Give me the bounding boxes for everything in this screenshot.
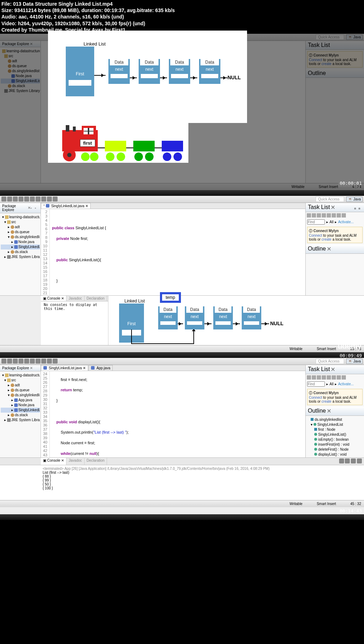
tree-item[interactable]: ▸ ds.stack	[1, 413, 40, 418]
tree-item-file-selected[interactable]: ▸ SinglyLinkedList.java	[1, 245, 40, 249]
svg-point-10	[67, 153, 71, 157]
line-gutter: 2345678910111213141516171819202122232425…	[41, 209, 50, 295]
tree-item-jre[interactable]: ▸ JRE System Library [JavaS	[1, 254, 40, 259]
udemy-watermark: udemy	[338, 342, 361, 351]
editor-tab[interactable]: *SinglyLinkedList.java ✕	[41, 203, 91, 209]
svg-rect-4	[89, 128, 93, 131]
tree-item-src[interactable]: ▾ src	[1, 220, 40, 225]
declaration-tab[interactable]: Declaration	[85, 296, 107, 301]
editor-area[interactable]: *SinglyLinkedList.java ✕ 234567891011121…	[41, 203, 305, 295]
tree-item[interactable]: ▸ adt	[1, 383, 40, 388]
frame-timestamp-4: 00:14:43	[339, 508, 362, 514]
tree-item[interactable]: ▾ ds.singlylinkedlist	[1, 393, 40, 398]
svg-rect-8	[73, 127, 76, 132]
svg-point-20	[163, 152, 171, 161]
tree-item[interactable]: ▸ App.java	[1, 398, 40, 403]
code-editor[interactable]: 2345678910111213141516171819202122232425…	[41, 209, 305, 295]
svg-rect-7	[66, 125, 69, 132]
svg-rect-3	[84, 128, 88, 131]
view-title: Task List	[308, 204, 330, 210]
console-tab[interactable]: ▣ Console ✕	[41, 296, 66, 301]
svg-point-18	[145, 152, 154, 161]
close-icon[interactable]: ✕	[28, 206, 31, 210]
editor-area[interactable]: SinglyLinkedList.java ✕ App.java 2425262…	[41, 365, 305, 457]
close-icon[interactable]: ✕	[30, 366, 33, 370]
svg-point-21	[173, 152, 182, 161]
all-link[interactable]: All	[330, 220, 333, 224]
package-explorer-view: Package Explore ✕ learning-datastructure…	[0, 41, 41, 183]
svg-rect-16	[133, 141, 155, 151]
java-perspective-button[interactable]: ☕ Java	[346, 197, 363, 202]
svg-marker-25	[192, 329, 196, 331]
tree-item-pkg[interactable]: ▸ ds.stack	[1, 249, 40, 254]
java-perspective-button[interactable]: ☕ Java	[346, 34, 363, 40]
toolbar-icon[interactable]	[1, 197, 6, 202]
frame-timestamp-3: 00:09:49	[339, 353, 362, 514]
tree-item[interactable]: ▾ src	[1, 378, 40, 383]
package-explorer-view[interactable]: Package Explore ✕▫▫ ▾ learning-datastruc…	[0, 203, 41, 295]
svg-rect-6	[89, 132, 93, 134]
console-tab[interactable]: ▣ Console ✕	[41, 458, 66, 465]
tree-item-file[interactable]: ▸ Node.java	[1, 240, 40, 245]
code-editor[interactable]: 2425262728293031323334353637383940414243…	[41, 371, 305, 457]
activate-link[interactable]: Activate...	[338, 220, 354, 224]
tree-item-project[interactable]: ▾ learning-datastructures	[1, 215, 40, 220]
close-icon[interactable]: ✕	[327, 246, 331, 252]
svg-rect-5	[84, 132, 88, 134]
close-icon[interactable]: ✕	[85, 204, 88, 208]
tree-item[interactable]: ▸ Node.java	[1, 403, 40, 408]
thumbnail-frame-2: Quick Access ☕ Java Package Explore ✕▫▫ …	[0, 196, 364, 352]
quick-access-input[interactable]: Quick Access	[316, 197, 344, 202]
javadoc-tab[interactable]: Javadoc	[66, 458, 84, 465]
status-bar: Writable Smart Insert 45 : 32	[0, 500, 364, 507]
svg-point-17	[134, 152, 143, 161]
svg-rect-13	[105, 141, 126, 151]
console-output: No consoles to display at this time.	[41, 301, 108, 312]
tree-item-pkg[interactable]: ▸ adt	[1, 225, 40, 230]
view-title: Package Explore	[2, 204, 27, 212]
tree-item[interactable]: ▸ JRE System Library [JavaS	[1, 418, 40, 423]
connect-link[interactable]: Connect	[309, 234, 322, 237]
svg-point-14	[106, 152, 114, 161]
svg-rect-19	[162, 141, 183, 151]
svg-point-11	[81, 152, 90, 161]
tree-item[interactable]: ▸ ds.queue	[1, 388, 40, 393]
view-title: Outline	[308, 246, 326, 252]
quick-access-input[interactable]: Quick Access	[316, 34, 344, 40]
tree-item[interactable]: ▸ SinglyLinkedList.java	[1, 408, 40, 413]
tree-item[interactable]: ▾ learning-datastructures	[1, 373, 40, 378]
declaration-tab[interactable]: Declaration	[85, 458, 107, 465]
package-explorer-view[interactable]: Package Explore ✕ ▾ learning-datastructu…	[0, 365, 41, 457]
main-toolbar: Quick Access ☕ Java	[0, 358, 364, 365]
thumbnail-frame-3: Quick Access ☕ Java Package Explore ✕ ▾ …	[0, 358, 364, 514]
tree-item-pkg[interactable]: ▸ ds.queue	[1, 230, 40, 235]
svg-point-12	[90, 152, 98, 161]
linked-list-diagram-1: Linked List First Data next Data next Da…	[48, 31, 247, 123]
main-toolbar: Quick Access ☕ Java	[0, 196, 364, 203]
linked-list-diagram-2: Linked List temp First Datanext Datanext…	[108, 296, 364, 345]
task-find-input[interactable]	[307, 219, 325, 225]
create-link[interactable]: create	[322, 237, 332, 241]
task-find-input[interactable]	[307, 381, 325, 387]
svg-point-15	[117, 152, 125, 161]
tree-item-pkg[interactable]: ▾ ds.singlylinkedlist	[1, 235, 40, 240]
train-diagram: first	[48, 123, 188, 163]
editor-tab[interactable]: App.java	[89, 365, 113, 371]
file-metadata: File: 013 Data Structure Singly Linked L…	[0, 0, 364, 34]
console-output: <terminated> App [26] [Java Application]…	[0, 465, 364, 492]
editor-tab-active[interactable]: SinglyLinkedList.java ✕	[41, 365, 88, 371]
javadoc-tab[interactable]: Javadoc	[66, 296, 84, 301]
mylyn-connect-box: ⓘ Connect Mylyn Connect to your task and…	[307, 227, 363, 243]
close-icon[interactable]: ✕	[331, 204, 335, 211]
